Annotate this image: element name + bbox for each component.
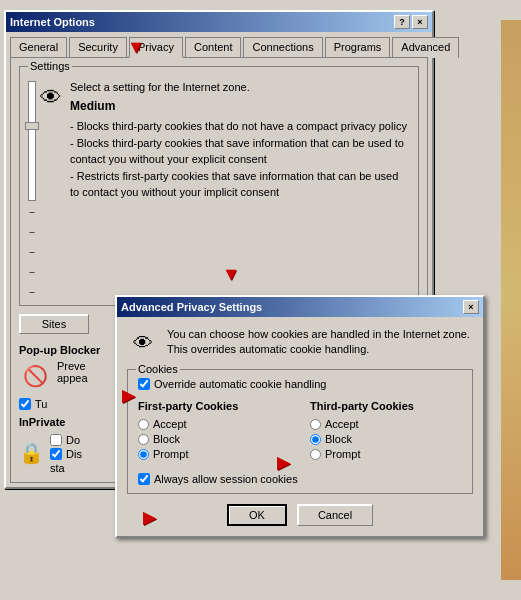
privacy-bullet-1: - Blocks third-party cookies that do not… — [70, 119, 410, 134]
dialog-close-button[interactable]: × — [463, 300, 479, 314]
popup-text: Preve appea — [57, 360, 88, 384]
first-party-title: First-party Cookies — [138, 400, 290, 412]
popup-checkbox-label: Tu — [35, 398, 47, 410]
popup-icon: 🚫 — [19, 360, 51, 392]
dialog-title-bar: Advanced Privacy Settings × — [117, 297, 483, 317]
settings-label: Settings — [28, 60, 72, 72]
override-checkbox[interactable] — [138, 378, 150, 390]
privacy-zone-desc: Select a setting for the Internet zone. — [70, 81, 410, 93]
first-party-accept-row: Accept — [138, 418, 290, 430]
override-arrow: ▶ — [122, 388, 134, 404]
cookie-columns: First-party Cookies Accept Block Prompt — [138, 400, 462, 463]
first-party-column: First-party Cookies Accept Block Prompt — [138, 400, 290, 463]
privacy-slider[interactable] — [28, 81, 36, 201]
dialog-description-area: 👁 You can choose how cookies are handled… — [127, 327, 473, 359]
main-window-title-bar: Internet Options ? × — [6, 12, 432, 32]
tabs-row: General Security Privacy Content Connect… — [6, 32, 432, 57]
session-cookies-checkbox[interactable] — [138, 473, 150, 485]
first-party-block-row: Block — [138, 433, 290, 445]
dialog-button-row: OK Cancel — [127, 504, 473, 526]
ok-button[interactable]: OK — [227, 504, 287, 526]
main-window-title: Internet Options — [10, 16, 95, 28]
first-party-accept-radio[interactable] — [138, 419, 149, 430]
third-party-block-row: Block — [310, 433, 462, 445]
third-party-prompt-radio[interactable] — [310, 449, 321, 460]
tab-content[interactable]: Content — [185, 37, 242, 58]
advanced-btn-arrow: ▼ — [222, 265, 240, 283]
first-party-prompt-label: Prompt — [153, 448, 188, 460]
dialog-description-text: You can choose how cookies are handled i… — [167, 327, 473, 358]
third-party-prompt-label: Prompt — [325, 448, 360, 460]
privacy-text-area: Select a setting for the Internet zone. … — [70, 81, 410, 200]
settings-groupbox: Settings – – – – – — [19, 66, 419, 306]
session-cookies-arrow: ▶ — [143, 510, 155, 526]
privacy-icon: 👁 — [40, 85, 62, 111]
inprivate-icon: 🔒 — [19, 441, 44, 465]
help-button[interactable]: ? — [394, 15, 410, 29]
cookies-group-label: Cookies — [136, 363, 180, 375]
first-party-prompt-radio[interactable] — [138, 449, 149, 460]
popup-enable-checkbox[interactable] — [19, 398, 31, 410]
third-party-title: Third-party Cookies — [310, 400, 462, 412]
dialog-content: 👁 You can choose how cookies are handled… — [117, 317, 483, 536]
session-cookies-row: Always allow session cookies — [138, 473, 462, 485]
third-party-column: Third-party Cookies Accept Block Prompt — [310, 400, 462, 463]
inprivate-do-checkbox[interactable] — [50, 434, 62, 446]
session-cookies-label: Always allow session cookies — [154, 473, 298, 485]
first-party-accept-label: Accept — [153, 418, 187, 430]
advanced-privacy-dialog: Advanced Privacy Settings × 👁 You can ch… — [115, 295, 485, 538]
first-party-block-radio[interactable] — [138, 434, 149, 445]
override-row: Override automatic cookie handling — [138, 378, 462, 390]
third-party-block-label: Block — [325, 433, 352, 445]
dialog-title-text: Advanced Privacy Settings — [121, 301, 262, 313]
sites-button[interactable]: Sites — [19, 314, 89, 334]
tab-programs[interactable]: Programs — [325, 37, 391, 58]
third-party-accept-row: Accept — [310, 418, 462, 430]
tab-general[interactable]: General — [10, 37, 67, 58]
privacy-bullet-3: - Restricts first-party cookies that sav… — [70, 169, 410, 200]
privacy-tab-arrow: ▼ — [127, 38, 145, 56]
first-party-prompt-row: Prompt — [138, 448, 290, 460]
third-party-prompt-row: Prompt — [310, 448, 462, 460]
tab-security[interactable]: Security — [69, 37, 127, 58]
inprivate-dis-checkbox[interactable] — [50, 448, 62, 460]
tab-connections[interactable]: Connections — [243, 37, 322, 58]
third-party-accept-radio[interactable] — [310, 419, 321, 430]
cookies-groupbox: Cookies Override automatic cookie handli… — [127, 369, 473, 494]
privacy-bullet-2: - Blocks third-party cookies that save i… — [70, 136, 410, 167]
third-party-block-radio[interactable] — [310, 434, 321, 445]
third-party-accept-label: Accept — [325, 418, 359, 430]
tab-advanced[interactable]: Advanced — [392, 37, 459, 58]
dialog-icon: 👁 — [127, 327, 159, 359]
cancel-button[interactable]: Cancel — [297, 504, 373, 526]
first-party-block-label: Block — [153, 433, 180, 445]
inprivate-text: Do Dis sta — [50, 432, 82, 474]
override-label: Override automatic cookie handling — [154, 378, 326, 390]
privacy-level: Medium — [70, 99, 410, 113]
third-party-block-arrow: ▶ — [277, 455, 289, 471]
close-button[interactable]: × — [412, 15, 428, 29]
